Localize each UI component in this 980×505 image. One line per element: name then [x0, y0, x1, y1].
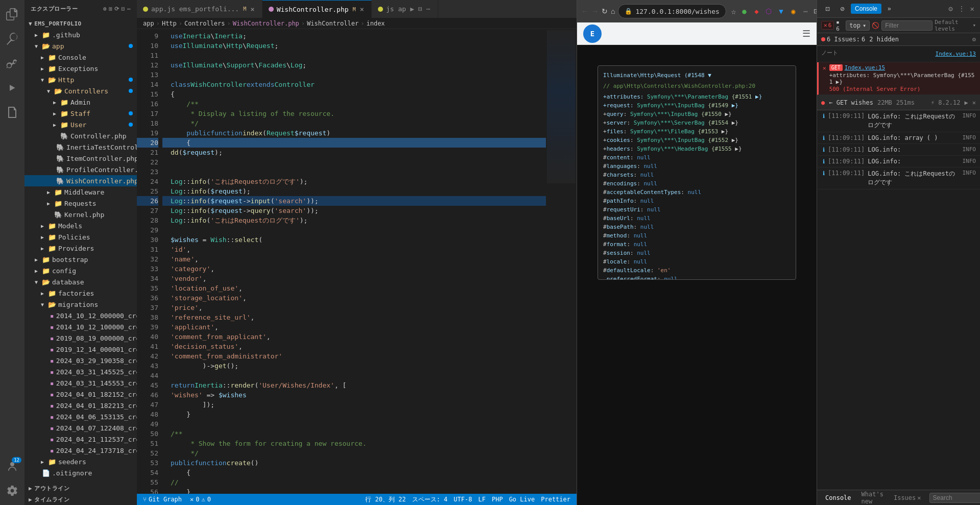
ext-icon-1[interactable]: ● [739, 6, 749, 16]
close-devtools-icon[interactable]: ✕ [969, 3, 976, 14]
tree-item-database[interactable]: ▼ 📂 database [25, 276, 137, 287]
run-debug-icon[interactable] [0, 76, 25, 100]
tree-item-controller-php[interactable]: ▶ 🐘 Controller.php [25, 130, 137, 141]
tree-item-config[interactable]: ▶ 📁 config [25, 265, 137, 276]
network-close-icon[interactable]: ✕ [972, 99, 976, 106]
tree-item-inertia-php[interactable]: ▶ 🐘 InertiaTestController.php [25, 141, 137, 153]
tree-item-m13[interactable]: ▶ ▪ 2024_04_24_173718_create_wish... [25, 445, 137, 456]
tree-item-m3[interactable]: ▶ ▪ 2019_08_19_000000_create_faile... [25, 332, 137, 344]
home-button[interactable]: ⌂ [611, 4, 615, 18]
back-button[interactable]: ← [581, 4, 588, 18]
line-col-item[interactable]: 行 20、列 22 [363, 495, 408, 504]
filter-input[interactable] [881, 20, 933, 31]
breadcrumb-http[interactable]: Http [162, 20, 177, 27]
outline-section[interactable]: ▶ アウトライン [25, 483, 137, 494]
tree-item-staff[interactable]: ▶ 📁 Staff [25, 108, 137, 119]
issues-gear-icon[interactable]: ⚙ [972, 36, 976, 43]
issues-close-icon[interactable]: ✕ [917, 494, 921, 501]
console-bottom-tab[interactable]: Console [821, 492, 855, 503]
run-icon[interactable]: ▶ [409, 4, 415, 14]
breadcrumb-class[interactable]: WishController [307, 20, 358, 27]
tree-item-m12[interactable]: ▶ ▪ 2024_04_21_112537_create_acqu... [25, 434, 137, 445]
tree-item-controllers[interactable]: ▼ 📂 Controllers [25, 85, 137, 97]
tree-item-factories[interactable]: ▶ 📁 factories [25, 287, 137, 299]
source-control-icon[interactable] [0, 51, 25, 76]
tree-item-wish-php[interactable]: ▶ 🐘 WishController.php M [25, 175, 137, 186]
tree-item-user[interactable]: ▶ 📁 User [25, 119, 137, 130]
code-content[interactable]: use Inertia\Inertia; use Illuminate\Http… [162, 29, 546, 494]
refresh-icon[interactable]: ⟳ [114, 6, 119, 12]
spaces-item[interactable]: スペース: 4 [410, 495, 450, 504]
expand-btn[interactable]: » [883, 4, 895, 14]
tree-item-m7[interactable]: ▶ ▪ 2024_03_31_145553_create_admi... [25, 377, 137, 389]
url-bar[interactable]: 🔒 127.0.0.1:8000/wishes [618, 4, 726, 18]
breadcrumb-app[interactable]: app [143, 20, 154, 27]
tree-item-item-php[interactable]: ▶ 🐘 ItemController.php [25, 153, 137, 164]
extensions-activity-icon[interactable] [0, 100, 25, 125]
filter-clear-button[interactable]: 🚫 [872, 22, 879, 29]
tree-item-seeders[interactable]: ▶ 📁 seeders [25, 456, 137, 467]
tab-close-button[interactable]: × [249, 4, 255, 14]
explorer-icon[interactable] [0, 2, 25, 27]
ext-icon-2[interactable]: ◆ [751, 6, 761, 16]
branch-item[interactable]: ⑂ Git Graph [141, 496, 184, 503]
tree-item-requests[interactable]: ▶ 📁 Requests [25, 198, 137, 209]
breadcrumb-controllers[interactable]: Controllers [184, 20, 225, 27]
tree-item-m5[interactable]: ▶ ▪ 2024_03_29_190358_create_inert... [25, 355, 137, 366]
prettier-item[interactable]: Prettier [539, 496, 572, 503]
issues-bottom-tab[interactable]: Issues ✕ [890, 492, 925, 503]
more-devtools-icon[interactable]: ⋮ [957, 3, 967, 14]
tree-item-m4[interactable]: ▶ ▪ 2019_12_14_000001_create_pers... [25, 344, 137, 355]
top-select[interactable]: top ▾ [846, 20, 870, 31]
eol-item[interactable]: LF [476, 496, 487, 503]
default-levels-label[interactable]: Default levels [935, 19, 970, 32]
tree-item-exceptions[interactable]: ▶ 📁 Exceptions [25, 63, 137, 74]
tree-item-http[interactable]: ▼ 📂 Http [25, 74, 137, 85]
new-folder-icon[interactable]: ⊞ [109, 6, 112, 12]
more-icon[interactable]: ⋯ [127, 6, 131, 12]
settings-icon[interactable] [0, 478, 25, 503]
tree-item-policies[interactable]: ▶ 📁 Policies [25, 231, 137, 243]
new-file-icon[interactable]: ⊕ [103, 6, 107, 12]
settings-devtools-icon[interactable]: ⚙ [947, 3, 954, 14]
search-activity-icon[interactable] [0, 27, 25, 51]
tree-item-m10[interactable]: ▶ ▪ 2024_04_06_153135_create_cate... [25, 411, 137, 422]
ext-icon-3[interactable]: ⬡ [763, 6, 774, 16]
tree-item-kernel[interactable]: ▶ 🐘 Kernel.php [25, 209, 137, 220]
tree-item-m1[interactable]: ▶ ▪ 2014_10_12_000000_create_user... [25, 310, 137, 321]
root-section[interactable]: ▼ EMS_PORTFOLIO [25, 18, 137, 29]
tree-item-profile-php[interactable]: ▶ 🐘 ProfileController.php [25, 164, 137, 175]
encoding-item[interactable]: UTF-8 [451, 496, 474, 503]
ext-icon-5[interactable]: ◉ [788, 6, 798, 16]
error-src-link[interactable]: Index.vue:15 [845, 64, 885, 71]
tree-item-github[interactable]: ▶ 📁 .github [25, 29, 137, 40]
tree-item-gitignore[interactable]: ▶ 📄 .oitignore [25, 467, 137, 478]
errors-item[interactable]: ✕ 0 ⚠ 0 [188, 496, 213, 503]
tab-close-button[interactable]: × [359, 4, 365, 14]
tree-item-m9[interactable]: ▶ ▪ 2024_04_01_182213_create_admi... [25, 400, 137, 411]
timeline-section[interactable]: ▶ タイムライン [25, 494, 137, 505]
tree-item-console[interactable]: ▶ 📁 Console [25, 52, 137, 63]
whats-new-bottom-tab[interactable]: What's new [857, 489, 888, 506]
tree-item-bootstrap[interactable]: ▶ 📁 bootstrap [25, 254, 137, 265]
tree-item-m8[interactable]: ▶ ▪ 2024_04_01_182152_create_staff... [25, 389, 137, 400]
tab-appjs[interactable]: app.js ems_portfoli... M × [137, 0, 262, 18]
tree-item-app[interactable]: ▼ 📂 app [25, 40, 137, 52]
console-tab[interactable]: Console [851, 4, 881, 14]
tree-item-migrations[interactable]: ▼ 📂 migrations [25, 299, 137, 310]
hamburger-menu-button[interactable]: ☰ [802, 28, 810, 39]
collapse-icon[interactable]: ⊟ [122, 6, 125, 12]
network-expand-icon[interactable]: ▶ [965, 99, 968, 106]
inspect-btn[interactable]: ⊘ [836, 4, 849, 14]
refresh-button[interactable]: ↻ [602, 4, 608, 18]
console-search-input[interactable] [929, 493, 980, 503]
tree-item-m6[interactable]: ▶ ▪ 2024_03_31_145525_create_staff... [25, 366, 137, 377]
tree-item-providers[interactable]: ▶ 📁 Providers [25, 243, 137, 254]
tab-wishcontroller[interactable]: WishController.php M × [262, 0, 372, 18]
breadcrumb-method[interactable]: index [366, 20, 385, 27]
tree-item-m11[interactable]: ▶ ▪ 2024_04_07_122408_create_item... [25, 422, 137, 434]
more-extensions-icon[interactable]: ⋯ [800, 6, 810, 16]
tab-js2[interactable]: js ap ▶ ⊟ ⋯ [372, 0, 438, 18]
forward-button[interactable]: → [591, 4, 599, 18]
tree-item-middleware[interactable]: ▶ 📁 Middleware [25, 186, 137, 198]
